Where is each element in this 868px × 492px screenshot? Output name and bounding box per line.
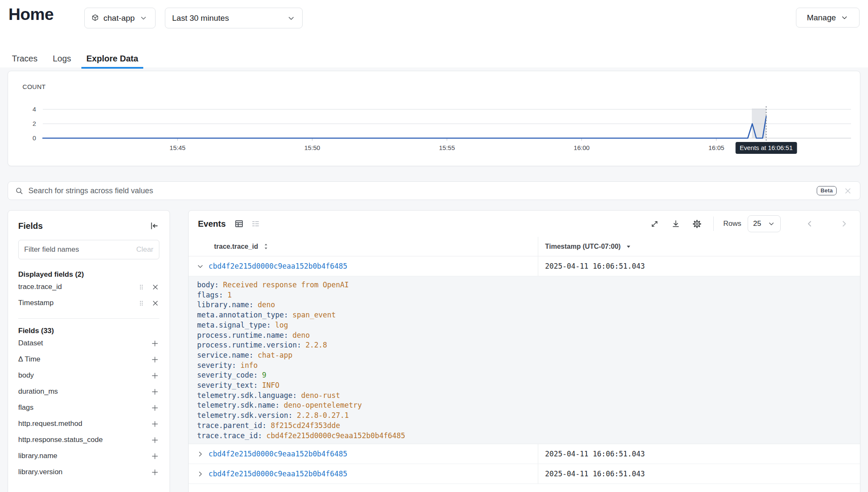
field-row: flags <box>18 400 159 416</box>
add-field-icon[interactable] <box>150 355 159 364</box>
search-input[interactable] <box>28 186 817 195</box>
list-view-icon[interactable] <box>250 219 261 229</box>
tab-explore-data[interactable]: Explore Data <box>86 49 139 68</box>
field-label: duration_ms <box>18 387 58 396</box>
remove-field-icon[interactable] <box>151 299 159 307</box>
download-icon[interactable] <box>671 219 681 229</box>
detail-key: meta.annotation_type <box>197 311 288 319</box>
detail-value: 9 <box>262 371 266 379</box>
trace-id-link[interactable]: cbd4f2e215d0000c9eaa152b0b4f6485 <box>209 262 348 270</box>
detail-line: severity_code9 <box>197 370 851 381</box>
fields-panel: Fields Clear Displayed fields (2) trace.… <box>8 210 170 492</box>
explore-data-page: { "header": { "title": "Home", "project"… <box>0 0 868 492</box>
field-label: http.response.status_code <box>18 436 103 444</box>
add-field-icon[interactable] <box>150 371 159 380</box>
trace-id-link[interactable]: cbd4f2e215d0000c9eaa152b0b4f6485 <box>209 450 348 458</box>
detail-key: trace.trace_id <box>197 431 262 440</box>
detail-value: 2.2.8 <box>306 341 327 349</box>
add-field-icon[interactable] <box>150 436 159 445</box>
field-label: body <box>18 371 34 380</box>
detail-key: severity_text <box>197 381 258 389</box>
detail-value: log <box>275 321 288 329</box>
field-row: http.request.method <box>18 416 159 432</box>
table-row[interactable]: cbd4f2e215d0000c9eaa152b0b4f6485 2025-04… <box>189 464 860 484</box>
detail-value: Received response from OpenAI <box>223 281 349 289</box>
field-label: library.name <box>18 452 57 460</box>
svg-text:16:00: 16:00 <box>574 144 590 151</box>
manage-button[interactable]: Manage <box>796 8 860 28</box>
detail-key: process.runtime.version <box>197 341 301 349</box>
all-fields-header: Fields (33) <box>18 327 159 335</box>
tab-traces[interactable]: Traces <box>11 49 38 68</box>
detail-line: service.namechat-app <box>197 350 851 361</box>
table-row[interactable]: cbd4f2e215d0000c9eaa152b0b4f6485 2025-04… <box>189 444 860 464</box>
expand-row-icon[interactable] <box>196 450 204 458</box>
collapse-panel-icon[interactable] <box>149 221 159 231</box>
project-select[interactable]: chat-app <box>84 8 156 28</box>
column-header-trace-id[interactable]: trace.trace_id <box>214 243 258 250</box>
detail-value: INFO <box>262 381 279 389</box>
field-row: library.name <box>18 448 159 464</box>
add-field-icon[interactable] <box>150 468 159 477</box>
expand-icon[interactable] <box>650 219 659 229</box>
chevron-down-icon <box>840 14 849 22</box>
events-panel: Events Rows 25 <box>188 210 860 492</box>
detail-line: trace.parent_id8f215cd24f353dde <box>197 421 851 431</box>
close-icon[interactable] <box>843 186 852 195</box>
detail-line: severity_textINFO <box>197 381 851 391</box>
detail-key: telemetry.sdk.language <box>197 391 297 400</box>
add-field-icon[interactable] <box>150 452 159 461</box>
collapse-row-icon[interactable] <box>196 262 204 270</box>
detail-line: library.namedeno <box>197 300 851 310</box>
events-histogram[interactable]: 02415:4515:5015:5516:0016:05 <box>8 71 861 166</box>
drag-handle-icon[interactable] <box>138 300 145 307</box>
detail-key: telemetry.sdk.name <box>197 401 279 409</box>
rows-per-page-value: 25 <box>753 220 761 228</box>
field-label: library.version <box>18 468 63 476</box>
trace-id-link[interactable]: cbd4f2e215d0000c9eaa152b0b4f6485 <box>209 470 348 478</box>
filter-clear-button[interactable]: Clear <box>136 245 153 254</box>
detail-line: flags1 <box>197 290 851 300</box>
table-view-icon[interactable] <box>234 219 244 229</box>
next-page-icon[interactable] <box>840 219 849 228</box>
detail-value: deno <box>292 331 310 339</box>
time-range-select[interactable]: Last 30 minutes <box>165 8 303 28</box>
add-field-icon[interactable] <box>150 403 159 412</box>
expand-row-icon[interactable] <box>196 470 204 478</box>
sort-desc-icon[interactable] <box>626 244 632 250</box>
detail-line: meta.signal_typelog <box>197 320 851 331</box>
sort-icon[interactable] <box>263 243 269 250</box>
field-filter-input[interactable] <box>24 245 136 254</box>
field-filter: Clear <box>18 240 159 259</box>
svg-text:15:45: 15:45 <box>170 144 186 151</box>
time-range-value: Last 30 minutes <box>172 14 229 23</box>
column-header-timestamp[interactable]: Timestamp (UTC-07:00) <box>545 243 620 250</box>
tab-logs[interactable]: Logs <box>52 49 72 68</box>
field-label: Δ Time <box>18 355 40 364</box>
settings-gear-icon[interactable] <box>692 219 702 229</box>
remove-field-icon[interactable] <box>151 283 159 291</box>
field-row: Dataset <box>18 335 159 351</box>
detail-line: meta.annotation_typespan_event <box>197 310 851 320</box>
table-row[interactable]: cbd4f2e215d0000c9eaa152b0b4f6485 2025-04… <box>189 256 860 276</box>
drag-handle-icon[interactable] <box>138 284 145 291</box>
prev-page-icon[interactable] <box>805 219 814 228</box>
detail-value: deno <box>258 300 275 309</box>
rows-per-page-select[interactable]: 25 <box>748 215 781 232</box>
fields-panel-title: Fields <box>18 221 43 231</box>
detail-value: info <box>240 361 258 370</box>
rows-label: Rows <box>723 220 741 228</box>
add-field-icon[interactable] <box>150 387 159 396</box>
detail-line: telemetry.sdk.languagedeno-rust <box>197 391 851 401</box>
events-title: Events <box>198 219 226 229</box>
detail-key: trace.parent_id <box>197 421 267 430</box>
field-row: library.version <box>18 464 159 480</box>
detail-key: severity <box>197 361 236 370</box>
timestamp-value: 2025-04-11 16:06:51.043 <box>545 450 645 458</box>
divider <box>713 217 714 231</box>
add-field-icon[interactable] <box>150 339 159 348</box>
displayed-field-row: trace.trace_id <box>18 279 159 295</box>
timestamp-value: 2025-04-11 16:06:51.043 <box>545 470 645 478</box>
svg-text:15:55: 15:55 <box>439 144 455 151</box>
add-field-icon[interactable] <box>150 420 159 428</box>
